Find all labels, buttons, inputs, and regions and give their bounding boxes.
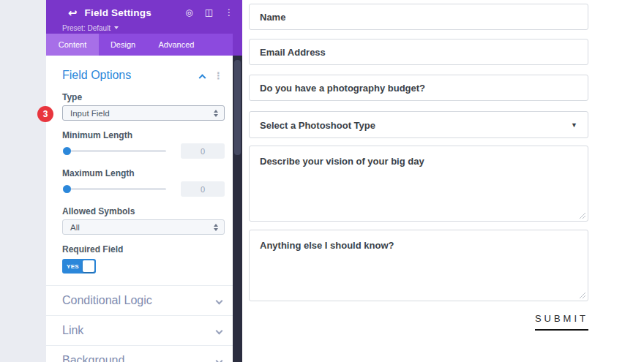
page-gutter (0, 0, 46, 362)
layout-icon[interactable]: ◫ (205, 8, 213, 17)
panel-scrollbar[interactable] (233, 56, 242, 362)
name-input[interactable]: Name (249, 4, 588, 30)
panel-title: Field Settings (85, 7, 151, 18)
settings-tabs: Content Design Advanced (46, 34, 242, 56)
annotation-step-badge: 3 (37, 106, 53, 122)
tab-design[interactable]: Design (99, 34, 147, 56)
tab-content-label: Content (59, 40, 87, 49)
max-length-control: 0 (62, 181, 225, 197)
tab-design-label: Design (111, 40, 135, 49)
vision-textarea-label: Describe your vision of your big day (260, 156, 424, 167)
panel-body: Field Options ⋮ Type Input Field Minimum… (46, 56, 233, 362)
form-preview: Name Email Address Do you have a photogr… (249, 0, 588, 362)
field-settings-panel: ↩ Field Settings ◎ ◫ ⋮ Preset: Default C… (46, 0, 242, 362)
toggle-knob (83, 260, 94, 272)
background-title: Background (62, 354, 124, 362)
name-input-label: Name (260, 12, 285, 23)
allowed-symbols-label: Allowed Symbols (62, 206, 225, 216)
tab-advanced[interactable]: Advanced (147, 34, 206, 56)
tab-content[interactable]: Content (46, 34, 99, 56)
select-caret-icon: ▼ (571, 121, 577, 129)
max-length-slider[interactable] (64, 188, 166, 190)
budget-input-label: Do you have a photography budget? (260, 83, 425, 94)
select-arrows-icon (214, 224, 218, 231)
email-input-label: Email Address (260, 47, 326, 58)
preset-label: Preset: Default (62, 24, 111, 32)
field-options-section-header[interactable]: Field Options ⋮ (62, 67, 225, 83)
min-length-label: Minimum Length (62, 130, 225, 140)
min-length-slider-handle[interactable] (63, 147, 71, 155)
max-length-label: Maximum Length (62, 168, 225, 178)
section-menu-icon[interactable]: ⋮ (214, 70, 223, 81)
type-select[interactable]: Input Field (62, 105, 225, 121)
email-input[interactable]: Email Address (249, 39, 588, 65)
tab-advanced-label: Advanced (159, 40, 195, 49)
preset-caret-icon (114, 26, 119, 29)
chevron-up-icon[interactable] (199, 74, 206, 81)
panel-scrollbar-thumb[interactable] (234, 60, 241, 155)
vision-textarea[interactable]: Describe your vision of your big day (249, 146, 588, 222)
resize-handle-icon[interactable] (579, 292, 586, 299)
chevron-down-icon (216, 327, 223, 334)
panel-header: ↩ Field Settings ◎ ◫ ⋮ Preset: Default (46, 0, 242, 34)
conditional-logic-title: Conditional Logic (62, 294, 152, 307)
section-link[interactable]: Link (46, 316, 233, 345)
resize-handle-icon[interactable] (579, 212, 586, 219)
hover-mode-icon[interactable]: ◎ (185, 8, 192, 17)
photoshoot-type-select[interactable]: Select a Photoshoot Type ▼ (249, 111, 588, 138)
back-icon[interactable]: ↩ (68, 7, 78, 18)
max-length-slider-handle[interactable] (63, 185, 71, 193)
budget-input[interactable]: Do you have a photography budget? (249, 75, 588, 101)
anything-else-textarea-label: Anything else I should know? (260, 240, 394, 251)
select-arrows-icon (214, 110, 218, 117)
required-field-label: Required Field (62, 244, 225, 254)
allowed-symbols-select[interactable]: All (62, 219, 225, 235)
chevron-down-icon (216, 297, 223, 304)
min-length-value[interactable]: 0 (181, 143, 225, 159)
section-background[interactable]: Background (46, 346, 233, 362)
max-length-value[interactable]: 0 (181, 181, 225, 197)
anything-else-textarea[interactable]: Anything else I should know? (249, 230, 588, 301)
type-select-value: Input Field (70, 109, 110, 118)
section-conditional-logic[interactable]: Conditional Logic (46, 286, 233, 315)
panel-header-edge (233, 0, 242, 56)
toggle-yes-label: YES (67, 263, 79, 270)
link-title: Link (62, 324, 83, 337)
chevron-down-icon (216, 357, 223, 362)
field-options-title: Field Options (62, 69, 131, 82)
submit-button[interactable]: SUBMIT (535, 313, 588, 331)
preset-selector[interactable]: Preset: Default (46, 20, 242, 34)
allowed-symbols-value: All (70, 223, 80, 232)
photoshoot-type-select-label: Select a Photoshoot Type (260, 119, 375, 130)
min-length-control: 0 (62, 143, 225, 159)
type-label: Type (62, 92, 225, 102)
required-field-toggle[interactable]: YES (62, 259, 96, 274)
min-length-slider[interactable] (64, 150, 166, 152)
